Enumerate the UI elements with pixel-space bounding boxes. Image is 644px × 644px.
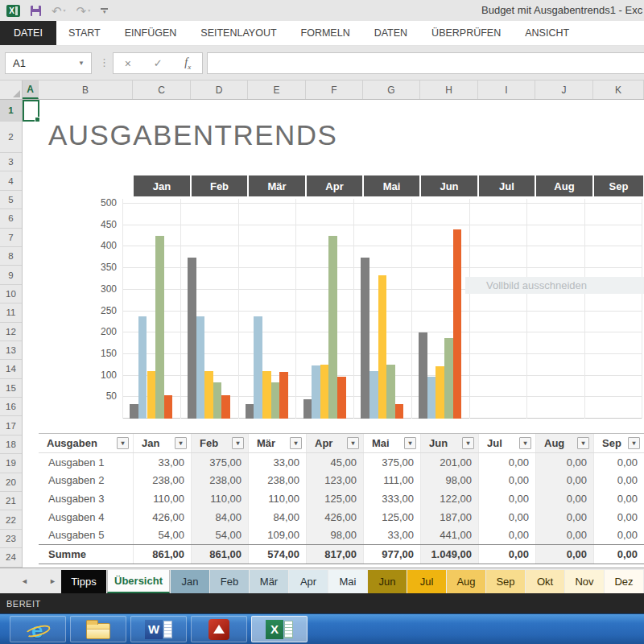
table-header-row-label[interactable]: Ausgaben▾ [39,434,133,452]
chart-bar[interactable] [213,382,222,419]
sheet-tab-sep[interactable]: Sep [486,570,525,593]
ribbon-tab-formeln[interactable]: FORMELN [289,21,362,45]
select-all-corner[interactable] [0,80,23,99]
column-header-e[interactable]: E [248,80,306,99]
chart-month-header[interactable]: Aug [536,175,592,196]
chart-bar[interactable] [155,236,164,419]
chart-bar[interactable] [361,258,369,419]
chart-bar[interactable] [147,371,156,419]
row-header-4[interactable]: 4 [0,171,22,190]
table-row-cell[interactable]: 0,00 [535,508,593,526]
row-header-21[interactable]: 21 [0,492,22,510]
sheet-tab-mai[interactable]: Mai [328,570,367,593]
table-row-cell[interactable]: 375,00 [363,453,420,472]
taskbar-button-adobe-reader[interactable] [191,616,247,642]
row-header-8[interactable]: 8 [0,247,22,266]
ribbon-tab-daten[interactable]: DATEN [362,21,419,45]
table-row-cell[interactable]: 238,00 [133,472,191,490]
table-row-cell[interactable]: 0,00 [593,472,644,490]
table-row-cell[interactable]: 84,00 [191,508,248,526]
table-total-row-cell[interactable]: 1.049,00 [420,545,478,564]
redo-dropdown-icon[interactable]: ▾ [88,8,90,13]
chart-month-header[interactable]: Jan [134,175,190,196]
table-total-row-cell[interactable]: 861,00 [191,545,248,564]
table-row-cell[interactable]: 0,00 [593,489,644,508]
chart-bar[interactable] [328,236,337,419]
filter-dropdown-icon[interactable]: ▾ [577,437,589,449]
table-header-row-cell[interactable]: Mai▾ [363,434,420,452]
table-total-row-cell[interactable]: 0,00 [593,545,644,564]
chart-bar[interactable] [196,316,205,419]
ribbon-tab-ansicht[interactable]: ANSICHT [513,21,581,45]
table-total-row-cell[interactable]: 817,00 [306,545,363,564]
row-header-14[interactable]: 14 [0,360,22,378]
save-button[interactable] [31,6,41,16]
table-row-cell[interactable]: 0,00 [535,472,593,490]
sheet-tab-jul[interactable]: Jul [407,570,446,593]
table-row-cell[interactable]: 122,00 [420,489,478,508]
column-header-h[interactable]: H [420,80,478,99]
row-header-24[interactable]: 24 [0,548,22,567]
chart-bar[interactable] [271,382,280,419]
table-row-cell[interactable]: 426,00 [306,508,363,526]
sheet-tab-bersicht[interactable]: Übersicht [107,570,170,593]
table-row-cell[interactable]: 45,00 [306,453,363,472]
row-header-15[interactable]: 15 [0,379,22,398]
sheet-tab-feb[interactable]: Feb [210,570,249,593]
chart-bar[interactable] [164,395,173,419]
table-row-cell[interactable]: 238,00 [248,472,306,490]
chart-bar[interactable] [130,404,138,419]
customize-qat-button[interactable]: ▾ [101,8,108,14]
row-header-18[interactable]: 18 [0,436,22,454]
table-total-row-cell[interactable]: 861,00 [133,545,191,564]
sheet-tab-jan[interactable]: Jan [171,570,209,593]
table-row-cell[interactable]: 426,00 [133,508,191,526]
chart-plot[interactable] [122,199,642,419]
row-header-11[interactable]: 11 [0,303,22,322]
filter-dropdown-icon[interactable]: ▾ [117,437,129,449]
redo-button[interactable]: ↷▾ [76,5,91,17]
chart-bar[interactable] [453,229,462,419]
ribbon-tab-start[interactable]: START [56,21,113,45]
taskbar-button-internet-explorer[interactable]: e [10,616,66,642]
table-header-row-cell[interactable]: Feb▾ [191,434,248,452]
table-row-cell[interactable]: 33,00 [133,453,191,472]
chart-bar[interactable] [444,338,453,419]
excel-app-icon[interactable]: X [6,5,20,17]
column-header-a[interactable]: A [23,80,39,99]
tab-scroll-right-icon[interactable]: ► [49,577,56,585]
table-row-cell[interactable]: 0,00 [478,526,535,544]
table-row-cell[interactable]: 33,00 [248,453,306,472]
row-header-6[interactable]: 6 [0,209,22,228]
table-row-cell[interactable]: 0,00 [478,489,535,508]
column-header-g[interactable]: G [363,80,420,99]
table-row-cell[interactable]: 0,00 [535,453,593,472]
taskbar-button-word[interactable]: W [130,616,187,642]
table-row-cell[interactable]: 0,00 [593,526,644,544]
filter-dropdown-icon[interactable]: ▾ [519,437,531,449]
table-row-cell[interactable]: 98,00 [306,526,363,544]
chart-bar[interactable] [312,365,320,419]
row-header-7[interactable]: 7 [0,229,22,247]
chart-bar[interactable] [262,371,271,419]
filter-dropdown-icon[interactable]: ▾ [347,437,359,449]
undo-button[interactable]: ↶▾ [52,5,66,17]
chart-bar[interactable] [221,395,230,419]
table-row-cell[interactable]: 0,00 [535,489,593,508]
ribbon-tab-datei[interactable]: DATEI [0,21,56,45]
table-row-cell[interactable]: 0,00 [478,508,535,526]
insert-function-icon[interactable]: fx [184,56,191,71]
table-row-cell[interactable]: 110,00 [191,489,248,508]
taskbar-button-excel[interactable]: X [251,616,308,642]
sheet-tab-apr[interactable]: Apr [289,570,328,593]
row-header-19[interactable]: 19 [0,454,22,473]
sheet-tab-okt[interactable]: Okt [526,570,564,593]
name-box-dropdown-icon[interactable]: ▼ [72,60,91,67]
chart-bar[interactable] [378,275,387,419]
chart-bar[interactable] [436,366,444,419]
sheet-tab-tipps[interactable]: Tipps [61,570,106,593]
chart-month-header[interactable]: Mär [249,175,305,196]
table-row-cell[interactable]: 375,00 [191,453,248,472]
table-row-cell[interactable]: 125,00 [363,508,420,526]
chart-bar[interactable] [427,377,436,419]
